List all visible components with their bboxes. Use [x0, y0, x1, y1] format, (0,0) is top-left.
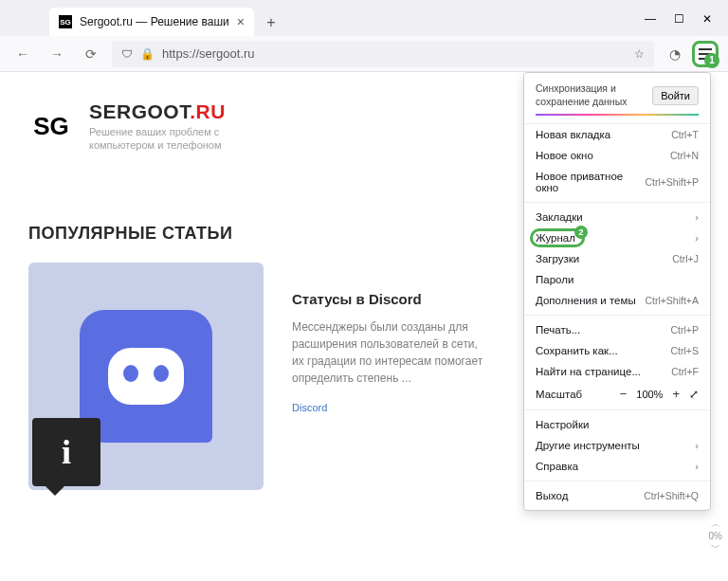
address-bar[interactable]: 🛡 🔒 https://sergoot.ru ☆ — [112, 41, 654, 67]
annotation-badge-1: 1 — [704, 53, 719, 68]
menu-settings[interactable]: Настройки — [524, 414, 710, 435]
chevron-right-icon: › — [695, 440, 699, 451]
chevron-right-icon: › — [695, 232, 699, 244]
article-tag-link[interactable]: Discord — [292, 402, 491, 413]
browser-toolbar: ← → ⟳ 🛡 🔒 https://sergoot.ru ☆ ◔ 1 — [0, 36, 728, 72]
menu-more-tools[interactable]: Другие инструменты› — [524, 435, 710, 456]
chevron-down-icon[interactable]: ﹀ — [709, 541, 722, 554]
fullscreen-button[interactable]: ⤢ — [689, 388, 699, 401]
menu-downloads[interactable]: ЗагрузкиCtrl+J — [524, 248, 710, 269]
url-text: https://sergoot.ru — [162, 46, 255, 61]
lock-icon: 🔒 — [140, 47, 155, 61]
pocket-icon[interactable]: ◔ — [662, 41, 688, 67]
chevron-right-icon: › — [695, 211, 699, 223]
site-logo-mark: SG — [28, 103, 74, 149]
menu-addons[interactable]: Дополнения и темыCtrl+Shift+A — [524, 290, 710, 311]
zoom-in-button[interactable]: + — [672, 387, 680, 401]
bookmark-star-icon[interactable]: ☆ — [634, 47, 645, 61]
menu-new-private-window[interactable]: Новое приватное окноCtrl+Shift+P — [524, 166, 710, 198]
zoom-value: 100% — [636, 389, 663, 400]
info-badge-icon: i — [32, 418, 100, 486]
app-menu-button[interactable]: 1 — [692, 41, 719, 67]
scroll-indicator: ︿ 0% ﹀ — [709, 517, 722, 554]
menu-separator — [524, 315, 710, 316]
annotation-badge-2: 2 — [574, 226, 588, 239]
zoom-out-button[interactable]: − — [620, 387, 628, 401]
menu-bookmarks[interactable]: Закладки› — [524, 207, 710, 227]
article-description: Мессенджеры были созданы для расширения … — [292, 318, 491, 387]
reload-button[interactable]: ⟳ — [78, 41, 104, 67]
tab-favicon: SG — [59, 15, 72, 28]
back-button[interactable]: ← — [9, 41, 36, 67]
window-close-icon[interactable]: ✕ — [694, 8, 720, 30]
browser-tab[interactable]: SG Sergoot.ru — Решение ваши × — [49, 8, 254, 36]
menu-save-as[interactable]: Сохранить как...Ctrl+S — [524, 340, 710, 361]
menu-new-tab[interactable]: Новая вкладкаCtrl+T — [524, 124, 710, 145]
site-logo-text: SERGOOT.RU — [89, 100, 226, 123]
menu-separator — [524, 481, 710, 481]
sync-label: Синхронизация и сохранение данных — [536, 82, 645, 108]
sign-in-button[interactable]: Войти — [652, 86, 699, 105]
menu-help[interactable]: Справка› — [524, 456, 710, 477]
menu-history[interactable]: Журнал › 2 — [524, 227, 710, 248]
tab-title: Sergoot.ru — Решение ваши — [80, 15, 229, 28]
menu-separator — [524, 202, 710, 203]
menu-exit[interactable]: ВыходCtrl+Shift+Q — [524, 485, 710, 506]
article-title[interactable]: Статусы в Discord — [292, 291, 491, 307]
menu-zoom-row: Масштаб − 100% + ⤢ — [524, 382, 710, 406]
gradient-divider — [536, 114, 699, 116]
chevron-up-icon[interactable]: ︿ — [709, 517, 722, 531]
article-thumbnail: i — [28, 263, 264, 490]
chevron-right-icon: › — [695, 461, 699, 472]
window-maximize-icon[interactable]: ☐ — [665, 8, 692, 30]
new-tab-button[interactable]: + — [258, 9, 284, 36]
window-titlebar: SG Sergoot.ru — Решение ваши × + — ☐ ✕ — [0, 0, 728, 36]
page-content: SG SERGOOT.RU Решение ваших проблем ском… — [0, 72, 728, 581]
tab-close-icon[interactable]: × — [237, 14, 245, 29]
app-menu-popup: Синхронизация и сохранение данных Войти … — [523, 72, 711, 511]
menu-new-window[interactable]: Новое окноCtrl+N — [524, 145, 710, 166]
tracking-shield-icon[interactable]: 🛡 — [121, 47, 133, 61]
window-minimize-icon[interactable]: — — [637, 8, 664, 30]
menu-find[interactable]: Найти на странице...Ctrl+F — [524, 361, 710, 382]
forward-button[interactable]: → — [44, 41, 70, 67]
menu-passwords[interactable]: Пароли — [524, 269, 710, 290]
menu-separator — [524, 409, 710, 410]
menu-print[interactable]: Печать...Ctrl+P — [524, 319, 710, 340]
site-tagline: Решение ваших проблем скомпьютером и тел… — [89, 125, 226, 153]
